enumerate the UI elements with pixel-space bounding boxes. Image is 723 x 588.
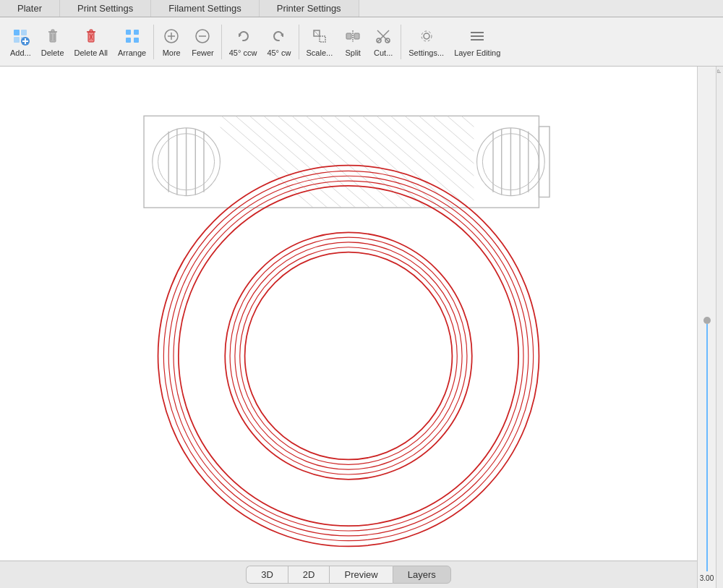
rotate-ccw-button[interactable]: 45° ccw xyxy=(225,23,262,60)
rotate-cw-icon xyxy=(269,26,289,46)
rotate-ccw-icon xyxy=(233,26,253,46)
tab-bar: Plater Print Settings Filament Settings … xyxy=(0,0,723,17)
split-label: Split xyxy=(346,48,361,57)
canvas-viewport[interactable] xyxy=(0,67,697,561)
trash-x-icon xyxy=(81,26,101,46)
right-panel: P xyxy=(716,67,723,588)
scale-label: Scale... xyxy=(307,48,333,57)
slider-value: 3.00 xyxy=(700,571,714,585)
svg-rect-19 xyxy=(126,38,131,43)
canvas-svg xyxy=(0,67,697,561)
view-bar: 3D 2D Preview Layers xyxy=(0,561,697,588)
slider-panel: 3.00 xyxy=(697,67,716,588)
svg-rect-7 xyxy=(50,32,56,42)
cut-label: Cut... xyxy=(374,48,393,57)
fewer-button[interactable]: Fewer xyxy=(187,23,218,60)
svg-rect-0 xyxy=(14,30,20,35)
arrange-label: Arrange xyxy=(118,48,146,57)
layer-editing-button[interactable]: Layer Editing xyxy=(450,23,505,60)
canvas-area: 3D 2D Preview Layers xyxy=(0,67,697,588)
add-label: Add... xyxy=(10,48,31,57)
cut-button[interactable]: Cut... xyxy=(369,23,398,60)
arrange-button[interactable]: Arrange xyxy=(114,23,150,60)
view-preview-button[interactable]: Preview xyxy=(329,566,392,584)
fewer-label: Fewer xyxy=(192,48,214,57)
svg-rect-20 xyxy=(134,38,139,43)
sep-1 xyxy=(153,25,154,59)
right-panel-label: P xyxy=(716,69,723,73)
scale-icon xyxy=(309,26,330,46)
settings-icon xyxy=(416,26,437,46)
rotate-cw-label: 45° cw xyxy=(267,48,291,57)
fewer-icon xyxy=(192,26,213,46)
view-3d-button[interactable]: 3D xyxy=(246,566,288,584)
svg-rect-9 xyxy=(51,30,54,32)
delete-button[interactable]: Delete xyxy=(37,23,69,60)
svg-rect-31 xyxy=(346,33,351,39)
scale-button[interactable]: Scale... xyxy=(302,23,338,60)
layer-editing-icon xyxy=(467,26,487,46)
trash-icon xyxy=(43,26,63,46)
delete-all-button[interactable]: Delete All xyxy=(70,23,112,60)
sep-3 xyxy=(299,25,299,59)
svg-rect-17 xyxy=(126,30,131,35)
add-button[interactable]: Add... xyxy=(6,23,35,60)
more-button[interactable]: More xyxy=(157,23,186,60)
more-icon xyxy=(161,26,181,46)
tab-plater[interactable]: Plater xyxy=(0,0,60,17)
svg-point-38 xyxy=(424,33,429,39)
tab-printer-settings[interactable]: Printer Settings xyxy=(260,0,359,17)
cut-icon xyxy=(373,26,393,46)
main-content: 3D 2D Preview Layers 3.00 P xyxy=(0,67,723,588)
svg-rect-1 xyxy=(21,30,27,35)
svg-rect-2 xyxy=(14,37,20,43)
view-layers-button[interactable]: Layers xyxy=(393,566,451,584)
sep-2 xyxy=(221,25,222,59)
slider-thumb[interactable] xyxy=(703,317,711,324)
svg-line-30 xyxy=(314,30,320,36)
tab-filament-settings[interactable]: Filament Settings xyxy=(151,0,259,17)
slider-track-below xyxy=(706,324,708,571)
svg-rect-14 xyxy=(90,30,93,32)
delete-all-label: Delete All xyxy=(74,48,108,57)
settings-label: Settings... xyxy=(408,48,444,57)
split-button[interactable]: Split xyxy=(338,23,367,60)
settings-button[interactable]: Settings... xyxy=(404,23,448,60)
svg-rect-29 xyxy=(320,36,325,42)
rotate-ccw-label: 45° ccw xyxy=(229,48,257,57)
more-label: More xyxy=(163,48,181,57)
view-2d-button[interactable]: 2D xyxy=(288,566,330,584)
rotate-cw-button[interactable]: 45° cw xyxy=(262,23,295,60)
delete-label: Delete xyxy=(41,48,64,57)
svg-rect-32 xyxy=(354,33,359,39)
layer-editing-label: Layer Editing xyxy=(454,48,500,57)
plus-icon xyxy=(10,26,30,46)
toolbar: Add... Delete Delete All xyxy=(0,17,723,67)
split-icon xyxy=(343,26,363,46)
svg-point-39 xyxy=(422,31,432,41)
tab-print-settings[interactable]: Print Settings xyxy=(60,0,151,17)
svg-rect-18 xyxy=(134,30,139,35)
arrange-icon xyxy=(122,26,142,46)
sep-4 xyxy=(401,25,401,59)
